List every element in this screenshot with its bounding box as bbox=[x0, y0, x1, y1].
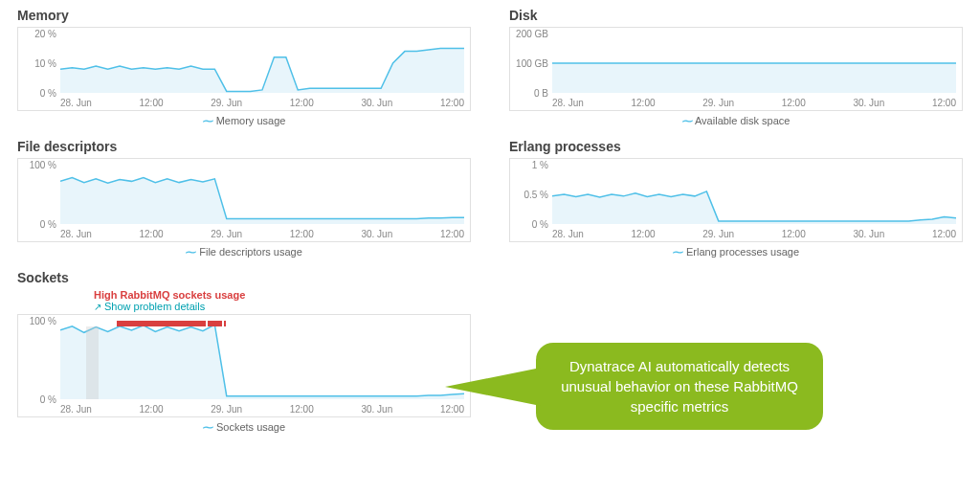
show-problem-details-link[interactable]: ↗Show problem details bbox=[94, 301, 471, 312]
legend-line-icon: ⁓ bbox=[682, 115, 693, 126]
legend-line-icon: ⁓ bbox=[186, 246, 196, 258]
panel-erlang: Erlang processes 0 %0.5 %1 %28. Jun12:00… bbox=[509, 139, 963, 258]
chart-fd[interactable]: 0 %100 %28. Jun12:0029. Jun12:0030. Jun1… bbox=[17, 158, 471, 242]
alert-label: High RabbitMQ sockets usage bbox=[94, 289, 471, 301]
panel-sockets: Sockets High RabbitMQ sockets usage ↗Sho… bbox=[17, 270, 471, 434]
chart-legend: ⁓ Sockets usage bbox=[17, 421, 471, 434]
legend-text: Memory usage bbox=[216, 115, 286, 126]
chart-memory[interactable]: 0 %10 %20 %28. Jun12:0029. Jun12:0030. J… bbox=[17, 27, 471, 111]
chart-disk[interactable]: 0 B100 GB200 GB28. Jun12:0029. Jun12:003… bbox=[509, 27, 963, 111]
callout-tail-icon bbox=[445, 368, 541, 406]
panel-memory: Memory 0 %10 %20 %28. Jun12:0029. Jun12:… bbox=[17, 8, 471, 127]
legend-text: File descriptors usage bbox=[199, 246, 302, 258]
chart-legend: ⁓ Memory usage bbox=[17, 115, 471, 127]
panel-title: Memory bbox=[17, 8, 471, 23]
callout-text: Dynatrace AI automatically detects unusu… bbox=[561, 358, 798, 415]
panel-title: Disk bbox=[509, 8, 963, 23]
panel-title: Sockets bbox=[17, 270, 471, 285]
chart-erlang[interactable]: 0 %0.5 %1 %28. Jun12:0029. Jun12:0030. J… bbox=[509, 158, 963, 242]
legend-text: Available disk space bbox=[695, 115, 790, 126]
panel-fd: File descriptors 0 %100 %28. Jun12:0029.… bbox=[17, 139, 471, 258]
chart-legend: ⁓ Erlang processes usage bbox=[509, 246, 963, 258]
panel-title: File descriptors bbox=[17, 139, 471, 154]
legend-line-icon: ⁓ bbox=[203, 115, 213, 126]
chart-legend: ⁓ File descriptors usage bbox=[17, 246, 471, 258]
panel-disk: Disk 0 B100 GB200 GB28. Jun12:0029. Jun1… bbox=[509, 8, 963, 127]
panel-title: Erlang processes bbox=[509, 139, 963, 154]
legend-line-icon: ⁓ bbox=[203, 421, 213, 433]
chart-legend: ⁓ Available disk space bbox=[509, 115, 963, 127]
legend-text: Sockets usage bbox=[216, 421, 285, 433]
legend-text: Erlang processes usage bbox=[686, 246, 799, 258]
external-link-icon: ↗ bbox=[94, 302, 101, 312]
alert-link-text: Show problem details bbox=[104, 301, 205, 312]
chart-sockets[interactable]: 0 %100 %28. Jun12:0029. Jun12:0030. Jun1… bbox=[17, 314, 471, 417]
legend-line-icon: ⁓ bbox=[673, 246, 683, 258]
ai-callout: Dynatrace AI automatically detects unusu… bbox=[536, 343, 823, 430]
